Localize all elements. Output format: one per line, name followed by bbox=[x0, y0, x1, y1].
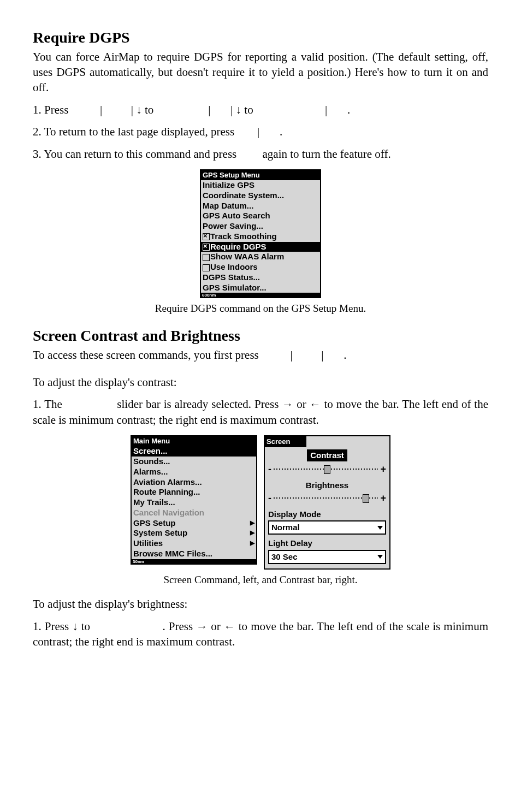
display-mode-label: Display Mode bbox=[268, 509, 386, 520]
contrast-heading: To adjust the display's contrast: bbox=[33, 375, 488, 390]
menu-item-system-setup[interactable]: System Setup▶ bbox=[132, 528, 256, 538]
two-figure-row: Main Menu Screen... Sounds... Alarms... … bbox=[33, 435, 488, 570]
light-delay-value: 30 Sec bbox=[271, 552, 298, 562]
step3-text-b: again to turn the feature off. bbox=[263, 147, 391, 161]
menu-item-my-trails[interactable]: My Trails... bbox=[132, 497, 256, 508]
sep: | bbox=[291, 348, 293, 361]
menu-item-require-dgps[interactable]: Require DGPS bbox=[201, 242, 320, 252]
menu-item-route-planning[interactable]: Route Planning... bbox=[132, 487, 256, 497]
dropdown-arrow-icon bbox=[377, 555, 383, 559]
plus-icon: + bbox=[380, 491, 386, 505]
menu-footer: 30nm bbox=[132, 559, 256, 564]
contrast-step: 1. The slider bar is already selected. P… bbox=[33, 396, 488, 428]
menu-title: GPS Setup Menu bbox=[201, 170, 320, 180]
contrast-slider[interactable]: - + bbox=[268, 463, 386, 476]
screen-panel-figure: Screen Contrast - + Brightness - + Displ… bbox=[264, 435, 390, 570]
checkbox-icon bbox=[203, 244, 210, 251]
menu-item-initialize-gps[interactable]: Initialize GPS bbox=[201, 180, 320, 191]
display-mode-dropdown[interactable]: Normal bbox=[268, 520, 386, 535]
minus-icon: - bbox=[268, 463, 271, 476]
plus-icon: + bbox=[380, 463, 386, 476]
figure-caption-1: Require DGPS command on the GPS Setup Me… bbox=[33, 301, 488, 316]
menu-item-gps-auto-search[interactable]: GPS Auto Search bbox=[201, 211, 320, 221]
submenu-arrow-icon: ▶ bbox=[250, 519, 254, 527]
step-1: 1. Press | | ↓ to | | ↓ to | . bbox=[33, 102, 488, 117]
light-delay-label: Light Delay bbox=[268, 538, 386, 549]
heading-screen-contrast: Screen Contrast and Brightness bbox=[33, 325, 488, 346]
step-2: 2. To return to the last page displayed,… bbox=[33, 124, 488, 139]
screen-intro: To access these screen commands, you fir… bbox=[33, 347, 488, 363]
menu-item-use-indoors[interactable]: Use Indoors bbox=[201, 262, 320, 272]
submenu-arrow-icon: ▶ bbox=[250, 529, 254, 537]
step3-text-a: 3. You can return to this command and pr… bbox=[33, 147, 240, 161]
step1-text: 1. Press bbox=[33, 103, 72, 116]
menu-item-utilities[interactable]: Utilities▶ bbox=[132, 538, 256, 549]
menu-item-show-waas-alarm[interactable]: Show WAAS Alarm bbox=[201, 252, 320, 262]
menu-item-alarms[interactable]: Alarms... bbox=[132, 467, 256, 477]
checkbox-icon bbox=[203, 233, 210, 240]
brightness-step: 1. Press ↓ to . Press → or ← to move the… bbox=[33, 619, 488, 650]
menu-item-dgps-status[interactable]: DGPS Status... bbox=[201, 272, 320, 283]
gps-setup-menu-figure: GPS Setup Menu Initialize GPS Coordinate… bbox=[200, 169, 321, 299]
menu-item-coordinate-system[interactable]: Coordinate System... bbox=[201, 191, 320, 201]
down-arrow-icon: ↓ bbox=[236, 103, 242, 116]
figure-caption-2: Screen Command, left, and Contrast bar, … bbox=[33, 573, 488, 587]
brightness-heading: To adjust the display's brightness: bbox=[33, 596, 488, 612]
sep: | bbox=[100, 103, 102, 116]
dropdown-arrow-icon bbox=[377, 526, 383, 530]
to-text: to bbox=[244, 103, 256, 116]
main-menu-figure: Main Menu Screen... Sounds... Alarms... … bbox=[131, 435, 257, 565]
step2-text: 2. To return to the last page displayed,… bbox=[33, 125, 237, 138]
menu-item-screen[interactable]: Screen... bbox=[132, 446, 256, 457]
to-text: to bbox=[145, 103, 157, 116]
sep: | bbox=[208, 103, 210, 116]
panel-title: Screen bbox=[265, 436, 306, 447]
sep: | bbox=[325, 103, 327, 116]
menu-item-power-saving[interactable]: Power Saving... bbox=[201, 221, 320, 232]
down-arrow-icon: ↓ bbox=[136, 103, 142, 116]
brightness-step-a: 1. Press ↓ to bbox=[33, 620, 93, 633]
submenu-arrow-icon: ▶ bbox=[250, 540, 254, 547]
heading-require-dgps: Require DGPS bbox=[33, 27, 488, 48]
dot: . bbox=[347, 103, 350, 116]
slider-thumb[interactable] bbox=[324, 465, 330, 474]
brightness-label: Brightness bbox=[306, 481, 348, 490]
intro-paragraph: You can force AirMap to require DGPS for… bbox=[33, 49, 488, 96]
slider-thumb[interactable] bbox=[363, 494, 369, 503]
menu-item-cancel-navigation: Cancel Navigation bbox=[132, 508, 256, 518]
screen-intro-text: To access these screen commands, you fir… bbox=[33, 348, 262, 361]
checkbox-icon bbox=[203, 254, 210, 261]
step-3: 3. You can return to this command and pr… bbox=[33, 146, 488, 162]
brightness-step-b: . Press → or ← to move the bar. The left… bbox=[33, 620, 488, 648]
menu-item-sounds[interactable]: Sounds... bbox=[132, 457, 256, 467]
menu-footer: 600nm bbox=[201, 293, 320, 297]
menu-item-map-datum[interactable]: Map Datum... bbox=[201, 201, 320, 211]
contrast-step-a: 1. The bbox=[33, 398, 66, 411]
contrast-step-b: slider bar is already selected. Press → … bbox=[33, 398, 488, 426]
dot: . bbox=[280, 125, 282, 138]
menu-item-gps-setup[interactable]: GPS Setup▶ bbox=[132, 518, 256, 529]
display-mode-value: Normal bbox=[271, 522, 300, 533]
sep: | bbox=[230, 103, 233, 116]
menu-item-aviation-alarms[interactable]: Aviation Alarms... bbox=[132, 477, 256, 488]
dot: . bbox=[344, 348, 346, 361]
light-delay-dropdown[interactable]: 30 Sec bbox=[268, 550, 386, 564]
menu-item-browse-mmc[interactable]: Browse MMC Files... bbox=[132, 549, 256, 559]
menu-item-gps-simulator[interactable]: GPS Simulator... bbox=[201, 283, 320, 293]
menu-title: Main Menu bbox=[132, 436, 256, 446]
sep: | bbox=[131, 103, 133, 116]
sep: | bbox=[257, 125, 259, 138]
minus-icon: - bbox=[268, 491, 271, 505]
contrast-label: Contrast bbox=[307, 449, 347, 461]
checkbox-icon bbox=[203, 264, 210, 271]
brightness-slider[interactable]: - + bbox=[268, 491, 386, 505]
menu-item-track-smoothing[interactable]: Track Smoothing bbox=[201, 232, 320, 242]
sep: | bbox=[321, 348, 323, 361]
